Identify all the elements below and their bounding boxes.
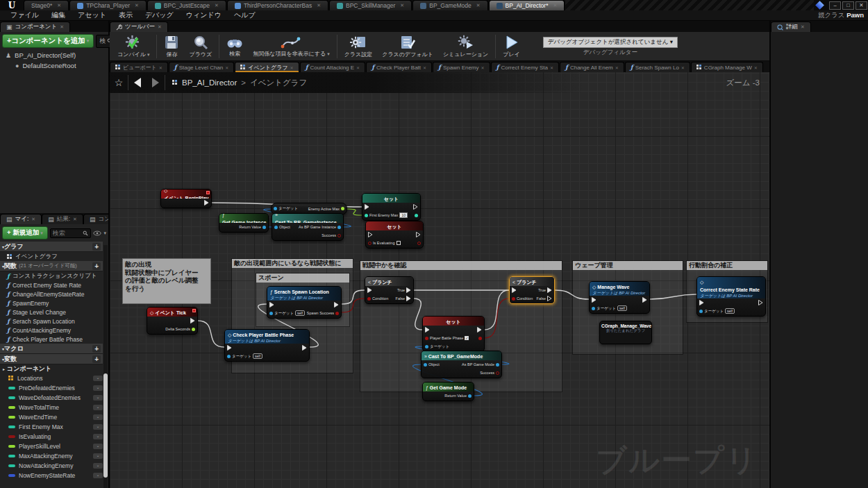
visibility-toggle[interactable]: ⌄ (93, 453, 103, 459)
add-icon[interactable]: + (92, 355, 101, 363)
toolbar-browse-button[interactable]: ブラウズ (184, 35, 217, 58)
exec-pin[interactable] (368, 232, 373, 237)
obj-pin[interactable] (274, 207, 277, 210)
node-get-game-instance[interactable]: ƒ Get Game InstanceReturn Value (219, 213, 269, 233)
exec-pin[interactable] (413, 204, 418, 210)
visibility-toggle[interactable]: ⌄ (93, 444, 103, 449)
visibility-toggle[interactable]: ⌄ (93, 376, 103, 381)
graph-tab-change-all-enem[interactable]: ƒChange All Enem✕ (560, 62, 624, 72)
self-reference-box[interactable]: self (725, 308, 735, 314)
add-icon[interactable]: + (92, 262, 101, 270)
section-関数[interactable]: ▾ 関数(21 オーバーライド可能)+ (0, 261, 103, 271)
node-event-tick[interactable]: ◇ イベント TickDelta Seconds (147, 307, 198, 335)
checkbox[interactable]: ✓ (465, 336, 469, 340)
close-icon[interactable]: ✕ (615, 65, 619, 70)
obj-pin[interactable] (262, 226, 266, 229)
close-icon[interactable]: ✕ (481, 65, 485, 70)
bool-pin[interactable] (367, 297, 371, 301)
bool-pin[interactable] (478, 337, 482, 340)
graph-tab-check-player-batt[interactable]: ƒCheck Player Batt✕ (366, 62, 432, 72)
exec-pin[interactable] (758, 300, 763, 305)
doc-tab-bpc-skillmanager[interactable]: BPC_SkillManager✕ (329, 0, 412, 10)
exec-pin[interactable] (592, 297, 596, 303)
toolbar-play-button[interactable]: プレイ (498, 35, 525, 58)
node-set-is-evaluating[interactable]: セットIs Evaluating (365, 221, 424, 249)
close-icon[interactable]: ✕ (73, 217, 77, 222)
list-item-check-player-battle-phase[interactable]: ƒCheck Player Battle Phase (0, 335, 103, 344)
graph-tab-serach-spawn-lo[interactable]: ƒSerach Spawn Lo✕ (625, 62, 690, 72)
close-icon[interactable]: ✕ (400, 3, 404, 8)
toolbar-classsettings-button[interactable]: クラス設定 (340, 35, 378, 58)
obj-pin[interactable] (699, 310, 703, 313)
close-icon[interactable]: ✕ (356, 65, 360, 70)
bool-pin[interactable] (512, 297, 515, 301)
node-event-beginplay[interactable]: ◇ イベント BeginPlay (160, 189, 212, 208)
close-icon[interactable]: ✕ (553, 3, 557, 8)
self-reference-box[interactable]: self (617, 305, 627, 311)
list-item-spawnenemy[interactable]: ƒSpawnEnemy (0, 298, 103, 308)
parent-class-value[interactable]: Pawn (846, 11, 864, 19)
bool-pin[interactable] (496, 371, 499, 375)
back-button[interactable] (128, 72, 147, 93)
close-icon[interactable]: ✕ (550, 65, 553, 70)
exec-pin[interactable] (302, 345, 307, 351)
variable-predefeatedenemies[interactable]: PreDefeatedEnemies⌄ (0, 383, 103, 393)
close-icon[interactable]: ✕ (290, 65, 294, 70)
exec-pin[interactable] (406, 296, 411, 301)
close-icon[interactable]: ✕ (215, 3, 219, 8)
node-manage-wave[interactable]: ◇ Manage Waveターゲットは BP AI Directorターゲットs… (589, 281, 650, 314)
list-item-correct-enemy-state-rate[interactable]: ƒCorrect Enemy State Rate (0, 280, 103, 289)
visibility-toggle[interactable]: ⌄ (93, 434, 103, 439)
bool-pin[interactable] (335, 312, 339, 315)
exec-pin[interactable] (699, 300, 704, 305)
visibility-toggle[interactable]: ⌄ (93, 414, 103, 420)
int-pin[interactable] (415, 214, 418, 217)
doc-tab-thirdpersoncharacterbas[interactable]: ThirdPersonCharacterBas✕ (227, 0, 328, 10)
menu-表示[interactable]: 表示 (112, 10, 139, 20)
favorite-star-icon[interactable]: ☆ (110, 72, 128, 93)
close-icon[interactable]: ✕ (681, 65, 685, 70)
maximize-button[interactable]: □ (842, 1, 854, 10)
visibility-toggle[interactable]: ⌄ (93, 395, 103, 401)
obj-pin[interactable] (496, 363, 499, 367)
exec-pin[interactable] (365, 204, 369, 210)
list-item-コンストラクションスクリプト[interactable]: ƒコンストラクションスクリプト (0, 271, 103, 280)
exec-pin[interactable] (477, 327, 482, 333)
add-new-button[interactable]: + 新規追加 ▾ (2, 226, 48, 239)
node-serach-spawn-location[interactable]: ƒ Serach Spawn Locationターゲットは BP AI Dire… (267, 286, 342, 319)
subsection-コンポーネント[interactable]: ▸コンポーネント (0, 364, 103, 373)
graph-tab-spawn-enemy[interactable]: ƒSpawn Enemy✕ (433, 62, 490, 72)
exec-pin[interactable] (547, 296, 552, 301)
exec-pin[interactable] (334, 302, 339, 308)
sidebar-scrollbar[interactable] (103, 245, 108, 488)
exec-pin[interactable] (512, 287, 517, 293)
close-button[interactable]: ✕ (856, 1, 867, 10)
layout-icon[interactable] (815, 1, 824, 10)
toolbar-find-button[interactable]: 検索 (222, 35, 248, 58)
doc-tab-bp-gamemode[interactable]: BP_GameMode✕ (412, 0, 487, 10)
exec-pin[interactable] (547, 287, 552, 293)
tab-details[interactable]: 詳細 ✕ (771, 22, 811, 32)
section-マクロ[interactable]: ▾ マクロ+ (0, 344, 103, 354)
obj-pin[interactable] (269, 312, 273, 315)
self-reference-box[interactable]: self (253, 353, 262, 359)
variable-locations[interactable]: Locations⌄ (0, 373, 103, 383)
tree-item-defaultsceneroot[interactable]: ●DefaultSceneRoot (0, 60, 108, 71)
close-icon[interactable]: ✕ (801, 24, 805, 30)
int-pin[interactable] (365, 214, 368, 217)
graph-tab-correct-enemy-sta[interactable]: ƒCorrect Enemy Sta✕ (491, 62, 559, 72)
tab-コン[interactable]: ▤コン✕ (83, 214, 108, 224)
variable-first-enemy-max[interactable]: First Enemy Max⌄ (0, 422, 103, 432)
list-item-countattackingenemy[interactable]: ƒCountAttackingEnemy (0, 326, 103, 335)
float-pin[interactable] (192, 328, 195, 331)
variable-isevaluating[interactable]: IsEvaluating⌄ (0, 432, 103, 441)
obj-pin[interactable] (425, 345, 428, 348)
tab-マイ-[interactable]: ▤マイ:✕ (0, 214, 42, 224)
breadcrumb-root[interactable]: BP_AI_Director (182, 78, 237, 87)
visibility-toggle[interactable]: ⌄ (93, 473, 103, 478)
visibility-toggle[interactable]: ⌄ (93, 405, 103, 410)
add-icon[interactable]: + (92, 243, 101, 251)
list-item-serach-spawn-location[interactable]: ƒSerach Spawn Location (0, 317, 103, 326)
section-グラフ[interactable]: ▾ グラフ+ (0, 242, 103, 252)
tab-toolbar[interactable]: ツールバー ✕ (110, 22, 168, 32)
